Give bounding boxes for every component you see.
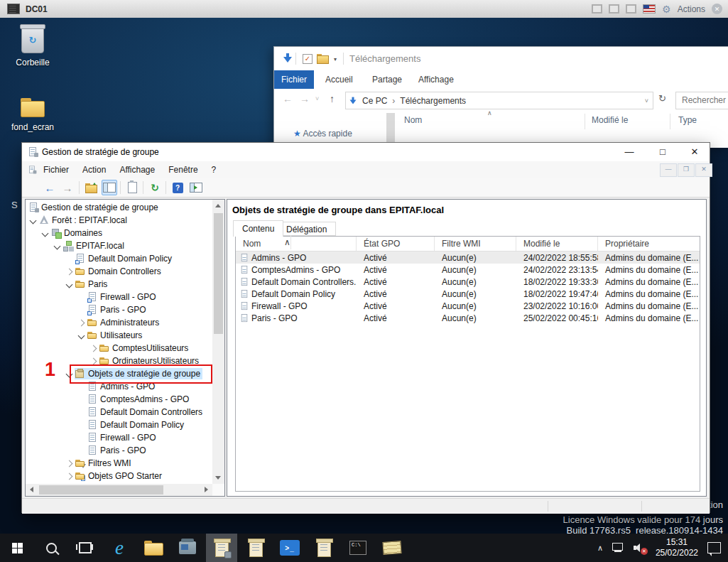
volume-muted-icon[interactable]: ✕	[634, 543, 646, 553]
tree-item-domaines[interactable]: Domaines	[26, 227, 212, 239]
address-bar[interactable]: Ce PC › Téléchargements ˅	[345, 92, 653, 109]
tab-accueil[interactable]: Accueil	[325, 70, 353, 89]
taskbar-cmd[interactable]: C:\	[342, 534, 374, 562]
gpmc-window[interactable]: Gestion de stratégie de groupe — □ ✕ Fic…	[21, 142, 710, 513]
file-explorer-window[interactable]: ✓ ▾ Téléchargements Fichier Accueil Part…	[273, 46, 728, 148]
expanded-chevron-icon[interactable]	[52, 244, 63, 249]
recent-locations-icon[interactable]: ˅	[315, 95, 319, 102]
gpo-row-firewall-gpo[interactable]: Firewall - GPOActivéAucun(e)23/02/2022 1…	[236, 300, 700, 312]
tree-item-firewall-gpo[interactable]: Firewall - GPO	[26, 291, 212, 303]
tree-item-epitaf-local[interactable]: EPITAF.local	[26, 239, 212, 252]
breadcrumb-folder[interactable]: Téléchargements	[400, 96, 466, 106]
actions-button[interactable]: Actions	[678, 4, 705, 14]
gpmc-title-bar[interactable]: Gestion de stratégie de groupe — □ ✕	[22, 143, 710, 161]
child-close-button[interactable]: ✕	[695, 163, 712, 177]
column-header-proprietaire[interactable]: Propriétaire	[598, 237, 700, 251]
expanded-chevron-icon[interactable]	[40, 231, 50, 236]
back-icon[interactable]: ←	[283, 93, 293, 104]
gpo-row-default-domain-controllers[interactable]: Default Domain Controllers...ActivéAucun…	[236, 276, 700, 288]
breadcrumb-device[interactable]: Ce PC	[362, 96, 387, 106]
tree-item-administrateurs[interactable]: Administrateurs	[26, 316, 212, 329]
tree-item-paris[interactable]: Paris	[26, 278, 212, 291]
tree-item-domain-controllers[interactable]: Domain Controllers	[26, 265, 212, 278]
taskbar-powershell[interactable]: >_	[274, 534, 305, 562]
keyboard-layout-flag-icon[interactable]	[643, 4, 656, 13]
tree-horizontal-scrollbar[interactable]	[26, 484, 212, 496]
column-header-filtre-wmi[interactable]: Filtre WMI	[435, 237, 516, 251]
show-hidden-icons-chevron[interactable]: ∧	[597, 544, 603, 553]
taskbar-gpo-editor-2[interactable]	[308, 534, 339, 562]
vm-close-icon[interactable]: ✕	[712, 4, 722, 14]
column-header-nom[interactable]: Nom	[236, 237, 357, 251]
taskbar-file-explorer[interactable]	[138, 534, 169, 562]
network-icon[interactable]	[612, 543, 624, 553]
tree-item-paris-gpo[interactable]: Paris - GPO	[26, 303, 212, 316]
tree-item-comptesadmins-gpo[interactable]: ComptesAdmins - GPO	[26, 393, 212, 406]
vm-ctrl-key-icon[interactable]	[592, 4, 602, 13]
tree-item-default-domain-policy[interactable]: Default Domain Policy	[26, 418, 212, 431]
gear-icon[interactable]: ⚙	[662, 4, 671, 14]
taskbar-server-manager[interactable]	[172, 534, 203, 562]
tree-item-firewall-gpo[interactable]: Firewall - GPO	[26, 431, 212, 444]
collapsed-chevron-icon[interactable]	[76, 320, 87, 325]
export-list-icon[interactable]	[188, 180, 204, 195]
quick-access-toolbar-dropdown-icon[interactable]: ▾	[334, 56, 337, 63]
forward-icon[interactable]: →	[300, 93, 310, 104]
child-restore-button[interactable]: ❐	[678, 163, 695, 177]
minimize-button[interactable]: —	[614, 143, 645, 161]
tab-fichier[interactable]: Fichier	[274, 70, 314, 89]
collapsed-chevron-icon[interactable]	[64, 269, 75, 274]
up-icon[interactable]: ↑	[330, 93, 335, 104]
close-button[interactable]: ✕	[679, 143, 710, 161]
new-folder-icon[interactable]	[317, 54, 328, 63]
maximize-button[interactable]: □	[647, 143, 678, 161]
refresh-icon[interactable]: ↻	[147, 180, 163, 195]
expanded-chevron-icon[interactable]	[64, 282, 75, 287]
expanded-chevron-icon[interactable]	[28, 218, 38, 223]
tree-item-utilisateurs[interactable]: Utilisateurs	[26, 329, 212, 342]
back-icon[interactable]: ←	[42, 180, 58, 195]
child-minimize-button[interactable]: —	[660, 163, 677, 177]
taskbar-gpo-editor[interactable]	[240, 534, 271, 562]
collapsed-chevron-icon[interactable]	[64, 474, 75, 479]
collapsed-chevron-icon[interactable]	[64, 461, 75, 466]
taskbar-gpmc-active[interactable]	[206, 534, 237, 562]
start-button[interactable]	[1, 534, 33, 562]
scrollbar-thumb[interactable]	[214, 213, 223, 334]
gpo-row-comptesadmins-gpo[interactable]: ComptesAdmins - GPOActivéAucun(e)24/02/2…	[236, 264, 700, 276]
tree-item-filtres-wmi[interactable]: Filtres WMI	[26, 457, 212, 470]
show-console-tree-icon[interactable]	[102, 180, 117, 195]
gpo-row-admins-gpo[interactable]: Admins - GPOActivéAucun(e)24/02/2022 18:…	[236, 252, 700, 264]
desktop-icon-fond-ecran[interactable]: fond_ecran	[0, 98, 65, 132]
column-header-etat-gpo[interactable]: État GPO	[357, 237, 435, 251]
column-divider[interactable]	[670, 114, 670, 129]
taskbar-internet-explorer[interactable]: e	[104, 534, 135, 562]
menu-[interactable]: ?	[212, 165, 217, 175]
scrollbar-thumb[interactable]	[39, 485, 163, 495]
up-one-level-icon[interactable]	[83, 180, 99, 195]
tree-vertical-scrollbar[interactable]	[212, 200, 224, 484]
expanded-chevron-icon[interactable]	[76, 333, 87, 338]
tree-item-paris-gpo[interactable]: Paris - GPO	[26, 444, 212, 457]
taskbar-search-button[interactable]	[36, 534, 67, 562]
refresh-icon[interactable]: ↻	[658, 93, 666, 104]
collapsed-chevron-icon[interactable]	[88, 346, 99, 351]
vm-fullscreen-icon[interactable]	[626, 4, 636, 13]
help-icon[interactable]: ?	[170, 180, 185, 195]
properties-checkbox-icon[interactable]: ✓	[303, 54, 313, 64]
tab-partage[interactable]: Partage	[372, 70, 402, 89]
tab-contenu[interactable]: Contenu	[233, 220, 283, 237]
gpo-row-paris-gpo[interactable]: Paris - GPOActivéAucun(e)25/02/2022 00:4…	[236, 312, 700, 324]
tree-item-comptesutilisateurs[interactable]: ComptesUtilisateurs	[26, 342, 212, 355]
sidebar-item-quick-access[interactable]: ★ Accès rapide	[293, 129, 352, 139]
task-view-button[interactable]	[70, 534, 101, 562]
column-header-modifie-le[interactable]: Modifié le	[516, 237, 598, 251]
collapsed-chevron-icon[interactable]	[88, 359, 99, 364]
column-divider[interactable]	[585, 114, 585, 129]
tree-item-for-t-epitaf-local[interactable]: Forêt : EPITAF.local	[26, 214, 212, 227]
tab-affichage[interactable]: Affichage	[418, 70, 454, 89]
address-dropdown-icon[interactable]: ˅	[645, 97, 648, 104]
search-input[interactable]: Rechercher	[675, 92, 728, 109]
gpo-row-default-domain-policy[interactable]: Default Domain PolicyActivéAucun(e)18/02…	[236, 288, 700, 300]
menu-fichier[interactable]: Fichier	[43, 165, 69, 175]
